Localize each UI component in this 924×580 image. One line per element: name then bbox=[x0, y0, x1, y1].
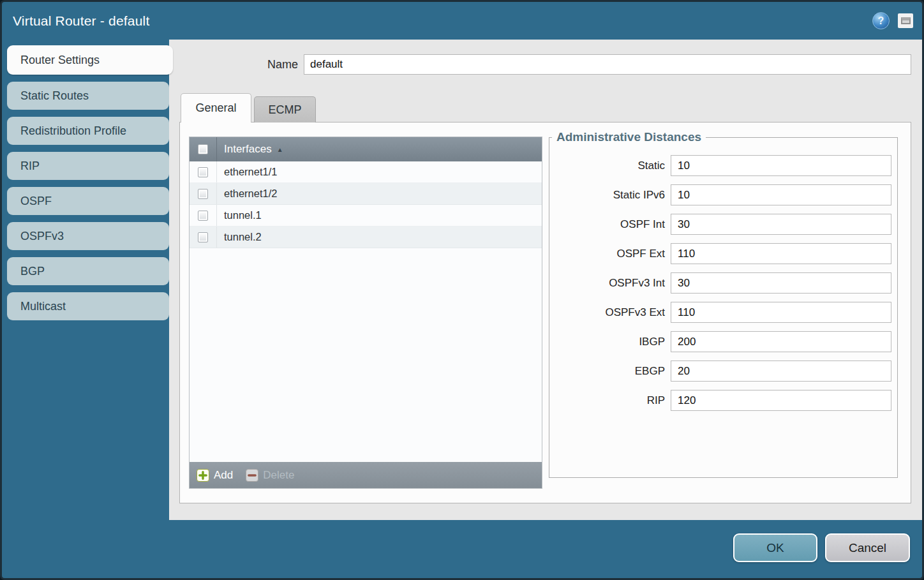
field-row-ospfv3-int: OSPFv3 Int bbox=[549, 272, 891, 294]
interface-name: tunnel.1 bbox=[217, 209, 262, 221]
sidebar-item-router-settings[interactable]: Router Settings bbox=[7, 45, 173, 75]
window-pane-glyph bbox=[901, 17, 911, 24]
static-input[interactable] bbox=[671, 155, 891, 176]
name-label: Name bbox=[267, 58, 298, 71]
ibgp-label: IBGP bbox=[549, 336, 671, 348]
ibgp-input[interactable] bbox=[671, 331, 891, 352]
dialog-title: Virtual Router - default bbox=[13, 13, 150, 29]
ebgp-label: EBGP bbox=[549, 365, 671, 378]
rip-input[interactable] bbox=[671, 390, 891, 411]
dialog-actions: OK Cancel bbox=[733, 533, 910, 562]
sidebar-item-ospf[interactable]: OSPF bbox=[7, 187, 169, 215]
sort-ascending-icon: ▲ bbox=[277, 146, 283, 153]
field-row-static: Static bbox=[549, 155, 891, 176]
field-row-ebgp: EBGP bbox=[549, 361, 891, 382]
delete-button[interactable]: Delete bbox=[246, 469, 294, 482]
row-checkbox[interactable] bbox=[198, 232, 208, 242]
interfaces-table-header: Interfaces ▲ bbox=[190, 137, 542, 161]
name-row: Name bbox=[169, 54, 911, 75]
ebgp-input[interactable] bbox=[671, 361, 891, 382]
administrative-distances-group: Administrative Distances Static Static I… bbox=[549, 130, 898, 478]
content-area: Name General ECMP Interfaces ▲ bbox=[169, 40, 922, 520]
add-button[interactable]: Add bbox=[197, 469, 233, 482]
ospf-ext-label: OSPF Ext bbox=[549, 248, 671, 260]
ospfv3-ext-input[interactable] bbox=[671, 302, 891, 323]
sidebar-item-multicast[interactable]: Multicast bbox=[7, 292, 169, 320]
row-checkbox[interactable] bbox=[198, 167, 208, 177]
field-row-ibgp: IBGP bbox=[549, 331, 891, 352]
plus-icon bbox=[197, 469, 209, 482]
static-label: Static bbox=[549, 160, 671, 172]
table-row[interactable]: tunnel.1 bbox=[190, 205, 542, 227]
titlebar: Virtual Router - default ? bbox=[2, 2, 922, 40]
delete-button-label: Delete bbox=[263, 469, 294, 482]
virtual-router-dialog: Virtual Router - default ? Router Settin… bbox=[0, 0, 924, 580]
field-row-static-ipv6: Static IPv6 bbox=[549, 184, 891, 205]
general-tab-panel: Interfaces ▲ ethernet1/1 ethernet1/2 bbox=[179, 122, 911, 503]
interface-name: tunnel.2 bbox=[217, 231, 262, 243]
ospfv3-ext-label: OSPFv3 Ext bbox=[549, 306, 671, 319]
ospf-int-label: OSPF Int bbox=[549, 218, 671, 231]
add-button-label: Add bbox=[214, 469, 233, 482]
popout-window-icon[interactable] bbox=[898, 13, 913, 28]
name-input[interactable] bbox=[304, 54, 911, 75]
interface-name: ethernet1/2 bbox=[217, 188, 277, 200]
sidebar-item-bgp[interactable]: BGP bbox=[7, 257, 169, 285]
interface-name: ethernet1/1 bbox=[217, 166, 277, 178]
select-all-checkbox[interactable] bbox=[198, 144, 208, 154]
interfaces-table-footer: Add Delete bbox=[190, 462, 542, 488]
table-row[interactable]: ethernet1/1 bbox=[190, 161, 542, 183]
help-icon[interactable]: ? bbox=[872, 12, 890, 29]
sidebar-item-ospfv3[interactable]: OSPFv3 bbox=[7, 222, 169, 250]
sidebar-item-static-routes[interactable]: Static Routes bbox=[7, 82, 169, 110]
table-row[interactable]: tunnel.2 bbox=[190, 227, 542, 248]
row-checkbox[interactable] bbox=[198, 189, 208, 199]
minus-icon bbox=[246, 469, 258, 482]
interfaces-column-header[interactable]: Interfaces ▲ bbox=[217, 143, 283, 156]
header-checkbox-cell bbox=[190, 137, 217, 161]
ok-button[interactable]: OK bbox=[733, 533, 817, 562]
field-row-ospf-int: OSPF Int bbox=[549, 214, 891, 235]
field-row-rip: RIP bbox=[549, 390, 891, 411]
field-row-ospf-ext: OSPF Ext bbox=[549, 243, 891, 264]
ospfv3-int-label: OSPFv3 Int bbox=[549, 277, 671, 290]
field-row-ospfv3-ext: OSPFv3 Ext bbox=[549, 302, 891, 323]
interfaces-column-label: Interfaces bbox=[224, 143, 272, 156]
cancel-button[interactable]: Cancel bbox=[825, 533, 910, 562]
sidebar-item-rip[interactable]: RIP bbox=[7, 152, 169, 180]
ospf-int-input[interactable] bbox=[671, 214, 891, 235]
sidebar-item-redistribution-profile[interactable]: Redistribution Profile bbox=[7, 117, 169, 145]
static-ipv6-label: Static IPv6 bbox=[549, 189, 671, 202]
ospfv3-int-input[interactable] bbox=[671, 272, 891, 294]
sidebar: Router Settings Static Routes Redistribu… bbox=[2, 40, 169, 578]
administrative-distances-legend: Administrative Distances bbox=[552, 130, 706, 144]
interfaces-table: Interfaces ▲ ethernet1/1 ethernet1/2 bbox=[189, 137, 542, 489]
table-row[interactable]: ethernet1/2 bbox=[190, 183, 542, 205]
tab-general[interactable]: General bbox=[181, 93, 251, 123]
rip-label: RIP bbox=[549, 394, 671, 407]
row-checkbox[interactable] bbox=[198, 211, 208, 221]
tab-ecmp[interactable]: ECMP bbox=[254, 96, 316, 123]
tab-bar: General ECMP bbox=[181, 93, 316, 123]
static-ipv6-input[interactable] bbox=[671, 184, 891, 205]
titlebar-icons: ? bbox=[872, 12, 913, 29]
ospf-ext-input[interactable] bbox=[671, 243, 891, 264]
interfaces-table-body: ethernet1/1 ethernet1/2 tunnel.1 tunnel.… bbox=[190, 161, 542, 462]
